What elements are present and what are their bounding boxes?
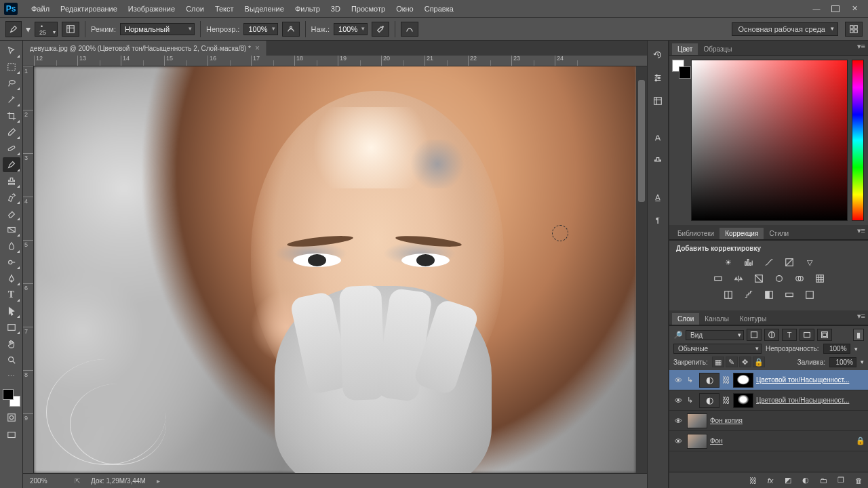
menu-layer[interactable]: Слои [180,0,210,18]
layer-item[interactable]: 👁 ↳ ◐ ⛓ Цветовой тон/Насыщенност... [669,370,868,390]
panel-menu-icon[interactable]: ▾≡ [857,312,865,321]
close-icon[interactable]: × [255,43,260,53]
history-brush-tool[interactable] [3,190,20,205]
selective-color-button[interactable] [803,289,816,301]
levels-button[interactable] [742,256,755,268]
properties-panel-button[interactable] [650,70,666,85]
foreground-background-colors[interactable] [3,389,20,407]
layer-mask-thumbnail[interactable] [733,393,753,408]
flow-dropdown[interactable]: 100% [334,23,368,35]
window-maximize-button[interactable] [826,2,845,16]
photo-filter-button[interactable] [772,272,786,285]
delete-layer-button[interactable]: 🗑 [853,476,864,485]
layer-name[interactable]: Фон [710,437,853,445]
menu-text[interactable]: Текст [210,0,239,18]
add-mask-button[interactable]: ◩ [783,476,793,485]
layer-name[interactable]: Фон копия [710,417,865,424]
window-close-button[interactable]: ✕ [845,2,864,16]
hue-slider[interactable] [852,60,864,221]
color-lookup-button[interactable] [813,272,827,285]
tab-paths[interactable]: Контуры [734,313,772,325]
invert-button[interactable] [722,289,735,301]
path-select-tool[interactable] [3,304,20,319]
visibility-toggle[interactable]: 👁 [672,417,684,425]
color-balance-button[interactable] [732,272,745,285]
tab-styles[interactable]: Стили [764,228,794,239]
visibility-toggle[interactable]: 👁 [672,396,684,405]
crop-tool[interactable] [3,108,20,123]
lock-all-button[interactable]: 🔒 [753,357,765,367]
pressure-opacity-toggle[interactable] [282,22,300,37]
color-bg-swatch[interactable] [679,66,691,79]
brightness-contrast-button[interactable]: ☀ [722,256,735,268]
gradient-tool[interactable] [3,222,20,237]
saturation-brightness-picker[interactable] [691,60,848,221]
threshold-button[interactable] [762,289,776,301]
lock-position-button[interactable]: ✥ [739,357,751,367]
blur-tool[interactable] [3,239,20,253]
eraser-tool[interactable] [3,206,20,221]
filter-shape-button[interactable] [800,329,814,341]
layer-item[interactable]: 👁 ↳ ◐ ⛓ Цветовой тон/Насыщенност... [669,390,868,411]
clone-stamp-tool[interactable] [3,174,20,188]
status-arrow-icon[interactable]: ⇱ [75,477,80,485]
menu-edit[interactable]: Редактирование [55,0,123,18]
layer-filter-dropdown[interactable]: Вид [686,330,744,340]
panel-menu-icon[interactable]: ▾≡ [857,226,865,235]
edit-toolbar-button[interactable]: ⋯ [3,369,20,384]
menu-image[interactable]: Изображение [123,0,180,18]
character-panel-button[interactable]: A [650,190,666,205]
posterize-button[interactable] [742,289,755,301]
panel-menu-icon[interactable]: ▾≡ [857,42,865,51]
layer-name[interactable]: Цветовой тон/Насыщенност... [756,396,865,404]
menu-window[interactable]: Окно [391,0,419,18]
layer-mask-thumbnail[interactable] [733,373,753,388]
move-tool[interactable] [3,43,20,58]
tab-color[interactable]: Цвет [672,43,698,55]
visibility-toggle[interactable]: 👁 [672,376,684,384]
zoom-level[interactable]: 200% [30,477,64,485]
filter-toggle-switch[interactable]: ▮ [853,329,864,341]
menu-3d[interactable]: 3D [326,0,346,18]
lasso-tool[interactable] [3,76,20,91]
filter-smart-button[interactable] [817,329,832,341]
new-layer-button[interactable]: ❐ [835,476,846,485]
type-tool[interactable]: T [3,287,20,302]
brushes-panel-button[interactable] [650,94,666,108]
foreground-color-swatch[interactable] [3,389,14,400]
zoom-tool[interactable] [3,352,20,367]
visibility-toggle[interactable]: 👁 [672,437,684,445]
layer-name[interactable]: Цветовой тон/Насыщенност... [756,376,865,384]
lock-image-button[interactable]: ✎ [726,357,738,367]
healing-brush-tool[interactable] [3,141,20,156]
current-tool-icon[interactable] [5,21,22,37]
menu-select[interactable]: Выделение [239,0,290,18]
layer-item[interactable]: 👁 Фон 🔒 [669,431,868,451]
tab-channels[interactable]: Каналы [699,313,734,325]
history-panel-button[interactable] [650,47,666,62]
airbrush-toggle[interactable] [372,22,389,37]
search-button[interactable] [845,22,863,37]
filter-pixel-button[interactable] [747,329,762,341]
dodge-tool[interactable] [3,255,20,270]
layer-item[interactable]: 👁 Фон копия [669,411,868,431]
pressure-size-toggle[interactable] [401,22,418,37]
clone-source-button[interactable] [650,153,666,168]
window-minimize-button[interactable]: — [807,2,826,16]
channel-mixer-button[interactable] [793,272,806,285]
link-layers-button[interactable]: ⛓ [747,476,758,485]
tab-libraries[interactable]: Библиотеки [672,228,719,239]
fill-value[interactable]: 100% [829,357,856,367]
tab-swatches[interactable]: Образцы [698,43,737,55]
brush-panel-toggle[interactable] [62,22,79,37]
scrollbar-vertical[interactable] [636,66,647,473]
menu-help[interactable]: Справка [419,0,459,18]
brush-preset-arrow-icon[interactable]: ▾ [26,24,31,35]
mask-link-icon[interactable]: ⛓ [722,375,730,385]
menu-file[interactable]: Файл [26,0,55,18]
opacity-dropdown[interactable]: 100% [243,23,277,35]
blend-mode-dropdown[interactable]: Обычные [673,344,762,354]
shape-tool[interactable] [3,320,20,335]
filter-type-button[interactable]: T [782,329,797,341]
tab-adjustments[interactable]: Коррекция [719,228,764,239]
